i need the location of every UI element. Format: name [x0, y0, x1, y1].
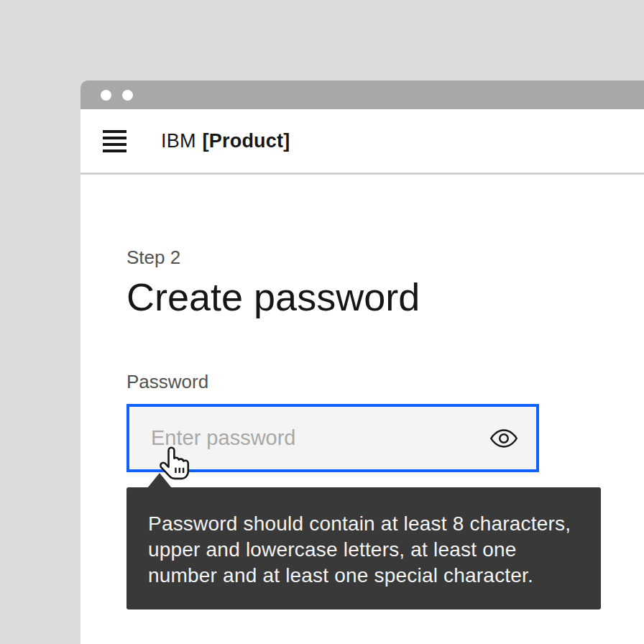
tooltip-line: number and at least one special characte… — [148, 563, 581, 589]
menu-icon — [103, 130, 126, 152]
brand-name: IBM — [161, 130, 196, 152]
tooltip-line: Password should contain at least 8 chara… — [148, 511, 581, 537]
app-header: IBM[Product] — [80, 109, 644, 175]
tooltip-caret-icon — [147, 473, 172, 488]
window-titlebar — [80, 80, 644, 109]
menu-icon-bar — [103, 150, 126, 152]
eye-icon — [489, 426, 519, 451]
menu-icon-bar — [103, 143, 126, 146]
password-input[interactable] — [151, 426, 489, 450]
brand-product: [Product] — [203, 130, 290, 152]
browser-window: IBM[Product] Step 2 Create password Pass… — [80, 80, 644, 644]
password-label: Password — [126, 371, 208, 392]
page-title: Create password — [126, 274, 420, 320]
brand: IBM[Product] — [161, 130, 290, 152]
window-dot — [101, 90, 111, 101]
window-dot — [122, 90, 133, 101]
show-password-button[interactable] — [489, 426, 519, 451]
password-tooltip: Password should contain at least 8 chara… — [126, 487, 601, 610]
tooltip-line: upper and lowercase letters, at least on… — [148, 537, 581, 563]
step-label: Step 2 — [126, 247, 180, 268]
menu-button[interactable] — [103, 130, 126, 152]
menu-icon-bar — [103, 130, 126, 133]
password-field[interactable] — [126, 404, 539, 472]
canvas: IBM[Product] Step 2 Create password Pass… — [0, 0, 644, 644]
menu-icon-bar — [103, 137, 126, 139]
